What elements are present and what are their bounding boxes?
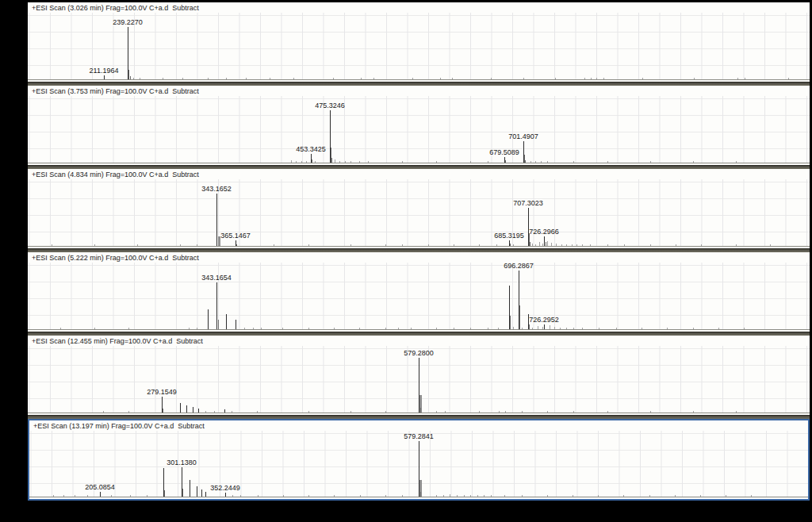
noise-peak <box>436 411 437 413</box>
spectrum-panel-3[interactable]: +ESI Scan (4.834 min) Frag=100.0V C+a.d … <box>28 169 810 248</box>
noise-peak <box>488 328 488 329</box>
plot-area[interactable]: 211.1964239.2270 <box>28 13 810 80</box>
noise-peak <box>470 161 471 163</box>
noise-peak <box>554 327 555 329</box>
noise-peak <box>452 78 453 79</box>
noise-peak <box>470 495 471 497</box>
noise-peak <box>573 495 573 497</box>
noise-peak <box>137 244 138 246</box>
plot-area[interactable]: 279.1549579.2800 <box>28 346 810 413</box>
noise-peak <box>128 411 129 413</box>
noise-peak <box>257 411 258 413</box>
noise-peak <box>385 328 386 329</box>
noise-peak <box>542 327 543 329</box>
peak-label: 707.3023 <box>489 199 567 207</box>
scan-title: +ESI Scan (13.197 min) Frag=100.0V C+a.d… <box>33 422 205 430</box>
noise-peak <box>450 494 450 497</box>
noise-peak <box>293 78 294 79</box>
peak-label: 239.2270 <box>89 18 167 26</box>
noise-peak <box>642 78 643 79</box>
noise-peak <box>296 161 297 163</box>
noise-peak <box>94 244 95 246</box>
noise-peak <box>737 78 738 79</box>
noise-peak <box>103 411 104 413</box>
noise-peak <box>197 328 197 329</box>
noise-peak <box>197 244 197 246</box>
noise-peak <box>642 328 642 329</box>
noise-peak <box>283 495 284 497</box>
noise-peak <box>616 328 617 329</box>
peak <box>529 324 530 329</box>
noise-peak <box>491 495 492 497</box>
peak <box>163 409 163 413</box>
noise-peak <box>535 161 536 163</box>
noise-peak <box>576 244 577 246</box>
noise-peak <box>736 411 737 413</box>
peak <box>510 244 511 246</box>
noise-peak <box>63 495 64 497</box>
scan-title: +ESI Scan (12.455 min) Frag=100.0V C+a.d… <box>32 337 203 345</box>
spectra-window: +ESI Scan (3.026 min) Frag=100.0V C+a.d … <box>0 0 812 522</box>
noise-peak <box>445 411 446 413</box>
noise-peak <box>693 328 694 329</box>
noise-peak <box>736 244 737 246</box>
noise-peak <box>361 78 362 79</box>
noise-peak <box>788 78 789 79</box>
noise-peak <box>551 243 552 246</box>
noise-peak <box>522 328 523 329</box>
peak <box>525 160 526 163</box>
noise-peak <box>454 244 454 246</box>
noise-peak <box>538 326 538 329</box>
noise-peak <box>745 78 745 79</box>
noise-peak <box>650 161 651 163</box>
noise-peak <box>496 244 497 246</box>
noise-peak <box>566 328 567 329</box>
noise-peak <box>488 161 488 163</box>
spectrum-panel-1[interactable]: +ESI Scan (3.026 min) Frag=100.0V C+a.d … <box>28 2 810 82</box>
noise-peak <box>333 78 334 79</box>
noise-peak <box>232 495 233 497</box>
spectrum-panel-4[interactable]: +ESI Scan (5.222 min) Frag=100.0V C+a.d … <box>28 252 810 332</box>
noise-peak <box>60 328 61 329</box>
plot-area[interactable]: 343.1652365.1467685.3195707.3023726.2966 <box>28 179 810 247</box>
noise-peak <box>535 244 536 246</box>
peak <box>420 408 421 413</box>
noise-peak <box>607 411 608 413</box>
noise-peak <box>542 244 543 246</box>
plot-area[interactable]: 343.1654696.2867726.2952 <box>28 263 810 330</box>
noise-peak <box>308 328 309 329</box>
noise-peak <box>701 244 702 246</box>
noise-peak <box>306 161 307 163</box>
noise-peak <box>751 495 752 497</box>
noise-peak <box>523 78 524 79</box>
peak <box>225 493 226 497</box>
noise-peak <box>498 328 499 329</box>
spectrum-panel-6[interactable]: +ESI Scan (13.197 min) Frag=100.0V C+a.d… <box>28 419 810 501</box>
noise-peak <box>350 161 351 163</box>
peak-label: 726.2966 <box>505 228 583 236</box>
spectrum-panel-5[interactable]: +ESI Scan (12.455 min) Frag=100.0V C+a.d… <box>28 336 810 415</box>
noise-peak <box>436 328 437 329</box>
noise-peak <box>301 161 302 163</box>
noise-peak <box>499 411 500 413</box>
noise-peak <box>128 328 129 329</box>
noise-peak <box>624 244 625 246</box>
peak-label: 696.2867 <box>480 262 557 270</box>
noise-peak <box>359 161 360 163</box>
plot-area[interactable]: 205.0854301.1380352.2449579.2841 <box>29 431 808 497</box>
peak <box>226 314 227 329</box>
noise-peak <box>411 328 412 329</box>
noise-peak <box>770 244 771 246</box>
peak <box>505 160 506 163</box>
noise-peak <box>402 244 403 246</box>
noise-peak <box>412 78 413 79</box>
noise-peak <box>584 78 585 79</box>
peak <box>312 159 312 163</box>
plot-area[interactable]: 453.3425475.3246679.5089701.4907 <box>28 96 810 163</box>
noise-peak <box>454 328 454 329</box>
noise-peak <box>607 161 608 163</box>
noise-peak <box>513 244 514 246</box>
spectrum-panel-2[interactable]: +ESI Scan (3.753 min) Frag=100.0V C+a.d … <box>28 86 810 165</box>
noise-peak <box>385 244 386 246</box>
noise-peak <box>582 244 583 246</box>
